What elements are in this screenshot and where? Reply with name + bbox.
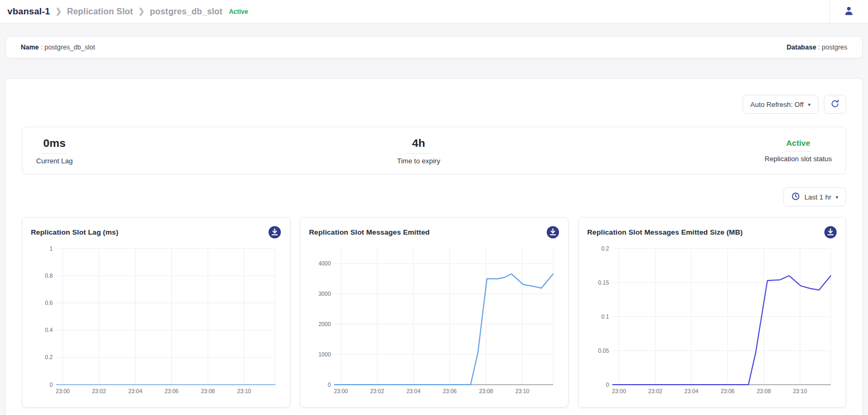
line-chart-messages-emitted-size[interactable]: 23:0023:0223:0423:0623:0823:1000.050.10.… [587,242,837,400]
chevron-down-icon: ▾ [836,194,838,200]
svg-text:0.4: 0.4 [45,327,53,333]
svg-text:0.6: 0.6 [45,300,53,306]
svg-text:3000: 3000 [319,290,331,297]
slot-database-value: postgres [822,44,847,51]
svg-text:0.2: 0.2 [45,354,53,360]
stat-label: Time to expiry [397,157,440,165]
svg-text:23:04: 23:04 [128,388,142,394]
user-icon [843,5,855,19]
svg-text:23:00: 23:00 [334,388,348,394]
slot-name-value: postgres_db_slot [44,44,95,51]
refresh-controls: Auto Refresh: Off ▾ [22,95,846,114]
svg-text:0.05: 0.05 [598,347,610,354]
time-range-dropdown[interactable]: Last 1 hr ▾ [783,187,846,206]
breadcrumb: vbansal-1 ❯ Replication Slot ❯ postgres_… [7,6,248,17]
stat-slot-status: Active Replication slot status [765,138,832,163]
slot-database: Database : postgres [787,44,847,51]
chart-title: Replication Slot Messages Emitted Size (… [587,228,742,236]
chart-header: Replication Slot Lag (ms) [31,226,281,239]
charts-row: Replication Slot Lag (ms) 23:0023:0223:0… [22,217,846,408]
summary-stats: 0ms Current Lag 4h Time to expiry Active… [22,127,846,175]
stat-label: Current Lag [36,157,73,165]
header-right [829,0,868,23]
svg-text:4000: 4000 [319,260,331,267]
chevron-right-icon: ❯ [55,7,62,15]
chart-header: Replication Slot Messages Emitted Size (… [587,226,837,239]
stat-value: Active [786,138,810,147]
stat-value: 4h [412,137,425,150]
refresh-icon [830,99,840,110]
breadcrumb-slot[interactable]: postgres_db_slot [150,7,223,16]
breadcrumb-section[interactable]: Replication Slot [67,7,133,16]
svg-text:23:06: 23:06 [721,388,735,394]
chevron-down-icon: ▾ [808,102,811,107]
chart-card-messages-emitted: Replication Slot Messages Emitted 23:002… [300,217,569,408]
svg-text:23:10: 23:10 [793,388,807,394]
time-range-label: Last 1 hr [804,193,831,201]
status-badge: Active [229,8,248,15]
clock-icon [791,192,800,202]
svg-text:0: 0 [606,381,609,388]
svg-text:0.2: 0.2 [601,245,609,252]
svg-text:0.15: 0.15 [598,279,610,286]
svg-text:0.1: 0.1 [601,313,609,320]
chart-title: Replication Slot Lag (ms) [31,228,119,236]
download-chart-icon[interactable] [268,226,281,239]
refresh-button[interactable] [824,95,846,114]
stat-label: Replication slot status [765,155,832,163]
svg-text:23:06: 23:06 [443,388,456,394]
auto-refresh-dropdown[interactable]: Auto Refresh: Off ▾ [742,95,819,114]
svg-text:1000: 1000 [319,351,331,358]
auto-refresh-label: Auto Refresh: Off [750,101,804,109]
svg-text:23:04: 23:04 [685,388,698,394]
chart-title: Replication Slot Messages Emitted [309,228,430,236]
breadcrumb-cluster[interactable]: vbansal-1 [7,6,50,17]
user-menu-button[interactable] [830,0,868,23]
slot-name-label: Name [21,44,39,51]
divider [786,151,811,152]
svg-text:23:02: 23:02 [92,388,106,394]
svg-text:23:08: 23:08 [479,388,493,394]
svg-text:23:10: 23:10 [237,388,251,394]
download-chart-icon[interactable] [824,226,837,239]
divider [406,153,431,154]
divider [41,153,67,154]
svg-text:23:10: 23:10 [515,388,529,394]
svg-text:23:08: 23:08 [757,388,771,394]
stat-current-lag: 0ms Current Lag [36,137,73,165]
chart-card-replication-slot-lag: Replication Slot Lag (ms) 23:0023:0223:0… [22,217,290,408]
stat-time-to-expiry: 4h Time to expiry [397,137,440,165]
slot-info-bar: Name : postgres_db_slot Database : postg… [5,36,863,59]
svg-text:0: 0 [328,381,331,388]
line-chart-replication-slot-lag[interactable]: 23:0023:0223:0423:0623:0823:1000.20.40.6… [31,242,281,400]
stat-value: 0ms [43,137,65,150]
svg-text:23:08: 23:08 [201,388,215,394]
svg-text:0.8: 0.8 [45,272,53,279]
svg-text:23:06: 23:06 [164,388,178,394]
svg-text:1: 1 [49,245,53,252]
time-range-row: Last 1 hr ▾ [22,187,846,206]
chevron-right-icon: ❯ [138,7,145,15]
svg-text:23:00: 23:00 [56,388,70,394]
top-header: vbansal-1 ❯ Replication Slot ❯ postgres_… [0,0,868,23]
svg-text:23:02: 23:02 [370,388,384,394]
chart-header: Replication Slot Messages Emitted [309,226,560,239]
line-chart-messages-emitted[interactable]: 23:0023:0223:0423:0623:0823:100100020003… [309,242,560,400]
svg-text:0: 0 [49,381,53,388]
slot-database-label: Database [787,44,816,51]
svg-text:2000: 2000 [319,321,331,327]
svg-text:23:00: 23:00 [612,388,626,394]
slot-name: Name : postgres_db_slot [21,44,95,51]
download-chart-icon[interactable] [546,226,560,239]
metrics-panel: Auto Refresh: Off ▾ 0ms Current Lag 4h T… [5,78,863,415]
svg-text:23:02: 23:02 [648,388,662,394]
svg-text:23:04: 23:04 [406,388,420,394]
chart-card-messages-emitted-size: Replication Slot Messages Emitted Size (… [578,217,846,408]
